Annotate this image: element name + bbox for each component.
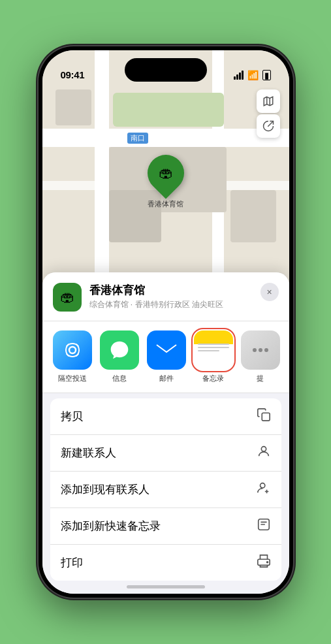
venue-subtitle: 综合体育馆 · 香港特别行政区 油尖旺区 xyxy=(89,299,253,310)
signal-icon xyxy=(234,71,244,80)
action-add-contact[interactable]: 添加到现有联系人 xyxy=(50,472,281,508)
notes-label: 备忘录 xyxy=(202,374,224,383)
action-add-contact-label: 添加到现有联系人 xyxy=(61,482,150,497)
messages-icon xyxy=(100,330,139,370)
status-time: 09:41 xyxy=(61,69,85,80)
status-icons: 📶 ▮ xyxy=(234,70,271,80)
phone-screen: 09:41 📶 ▮ 南口 xyxy=(42,50,289,594)
map-type-button[interactable] xyxy=(257,89,280,113)
pin-label: 香港体育馆 xyxy=(148,199,183,209)
phone-frame: 09:41 📶 ▮ 南口 xyxy=(39,46,293,598)
home-indicator xyxy=(127,585,205,588)
messages-label: 信息 xyxy=(112,374,127,383)
venue-info: 香港体育馆 综合体育馆 · 香港特别行政区 油尖旺区 xyxy=(89,283,253,310)
action-copy[interactable]: 拷贝 xyxy=(50,398,281,435)
venue-icon: 🏟 xyxy=(53,283,82,312)
map-controls xyxy=(257,89,280,138)
copy-icon xyxy=(257,408,271,425)
share-row: 隔空投送 信息 xyxy=(42,321,289,393)
action-quick-note-label: 添加到新快速备忘录 xyxy=(61,519,161,534)
action-quick-note[interactable]: 添加到新快速备忘录 xyxy=(50,508,281,545)
share-more[interactable]: 提 xyxy=(241,330,280,383)
battery-icon: ▮ xyxy=(262,70,271,80)
close-button[interactable]: × xyxy=(260,283,279,301)
action-new-contact[interactable]: 新建联系人 xyxy=(50,435,281,472)
svg-rect-1 xyxy=(157,342,176,359)
more-label: 提 xyxy=(257,374,264,383)
share-airdrop[interactable]: 隔空投送 xyxy=(53,330,92,383)
share-mail[interactable]: 邮件 xyxy=(147,330,186,383)
dynamic-island xyxy=(125,58,207,82)
venue-header: 🏟 香港体育馆 综合体育馆 · 香港特别行政区 油尖旺区 × xyxy=(42,272,289,321)
svg-point-7 xyxy=(266,562,268,563)
action-print-label: 打印 xyxy=(61,555,83,570)
map-nankou-label: 南口 xyxy=(127,133,148,144)
svg-rect-2 xyxy=(262,413,270,421)
venue-name: 香港体育馆 xyxy=(89,283,253,298)
svg-point-0 xyxy=(69,347,76,353)
action-copy-label: 拷贝 xyxy=(61,409,83,424)
location-pin: 🏟 香港体育馆 xyxy=(148,155,184,209)
action-list: 拷贝 新建联系人 xyxy=(50,398,281,581)
share-notes[interactable]: 备忘录 xyxy=(194,330,233,383)
wifi-icon: 📶 xyxy=(247,70,259,80)
mail-icon xyxy=(147,330,186,370)
print-icon xyxy=(257,554,271,572)
action-new-contact-label: 新建联系人 xyxy=(61,445,116,460)
more-icon xyxy=(241,330,280,370)
quick-note-icon xyxy=(257,517,271,535)
svg-point-4 xyxy=(260,483,264,488)
notes-icon xyxy=(194,330,233,370)
new-contact-icon xyxy=(257,444,271,462)
mail-label: 邮件 xyxy=(159,374,174,383)
share-messages[interactable]: 信息 xyxy=(100,330,139,383)
svg-point-3 xyxy=(261,447,266,451)
airdrop-icon xyxy=(53,330,92,370)
bottom-sheet: 🏟 香港体育馆 综合体育馆 · 香港特别行政区 油尖旺区 × xyxy=(42,272,289,594)
airdrop-label: 隔空投送 xyxy=(58,374,87,383)
location-button[interactable] xyxy=(257,114,280,138)
action-print[interactable]: 打印 xyxy=(50,545,281,581)
add-contact-icon xyxy=(257,481,271,498)
